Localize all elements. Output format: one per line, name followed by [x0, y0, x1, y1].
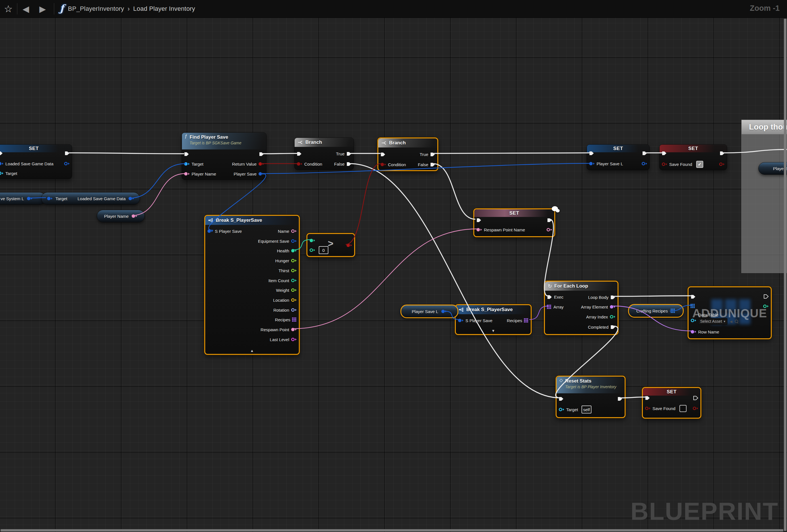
node-set-save-found-true[interactable]: SETSave Found✓ [659, 145, 727, 170]
pill-get-loaded-save-game-data[interactable]: TargetLoaded Save Game Data [41, 192, 140, 205]
value-box[interactable]: 0 [319, 246, 328, 254]
collapse-toggle[interactable]: ▲ [205, 349, 299, 353]
pin-exec[interactable] [660, 150, 669, 156]
pin-exec[interactable] [615, 396, 625, 402]
pin-ring[interactable] [544, 227, 554, 233]
pin-location[interactable]: Location [271, 297, 299, 303]
pin-output[interactable] [27, 196, 33, 201]
pin-s-player-save[interactable]: S Player Save [205, 228, 244, 234]
node-header[interactable]: Branch [378, 138, 437, 148]
node-branch-2[interactable]: BranchTrueConditionFalse [378, 137, 438, 171]
node-header[interactable]: ◇Reset StatsTarget is BP Player Inventor… [556, 377, 625, 393]
node-set-player-save-l[interactable]: SETPlayer Save L [587, 145, 650, 170]
checkbox[interactable] [679, 405, 686, 412]
pin-respawn-point[interactable]: Respawn Point [258, 326, 299, 333]
breadcrumb-root[interactable]: BP_PlayerInventory [68, 5, 124, 13]
node-find-player-save[interactable]: ƒFind Player SaveTarget is BP SGKSave Ga… [182, 132, 267, 180]
pin-exec[interactable] [378, 151, 388, 157]
favorite-star-icon[interactable]: ☆ [0, 3, 17, 15]
pin-name[interactable]: Name [276, 228, 299, 234]
pin-exech[interactable] [762, 293, 771, 300]
pin-completed[interactable]: Completed [586, 324, 618, 330]
pin-ring[interactable] [62, 160, 72, 167]
pin-thirst[interactable]: Thirst [277, 267, 299, 274]
pin-condition[interactable]: Condition [295, 161, 324, 167]
pin-output[interactable] [131, 214, 137, 218]
node-for-each-loop[interactable]: ↻For Each LoopExecLoop BodyArrayArray El… [544, 281, 618, 335]
pin-exech[interactable] [691, 395, 700, 401]
pin-row-name[interactable]: Row Name [688, 329, 721, 335]
pin-exec[interactable] [688, 293, 698, 300]
pin-ring[interactable] [690, 405, 700, 412]
pin-array-element[interactable]: Array Element [579, 304, 618, 310]
use-selected-icon[interactable]: ◄ [729, 319, 733, 324]
pin-exec[interactable] [556, 396, 566, 402]
pin-array[interactable]: Array [545, 304, 566, 310]
pin-health[interactable]: Health [275, 248, 299, 254]
pin-dot[interactable] [344, 242, 354, 248]
pin-target[interactable]: Target [0, 170, 19, 176]
node-set-loaded-save-game-data[interactable]: SETLoaded Save Game DataTarget [0, 145, 72, 179]
node-header[interactable]: Break S_PlayerSave [456, 305, 531, 314]
pin-exec[interactable] [640, 150, 650, 156]
pin-rotation[interactable]: Rotation [271, 307, 299, 313]
pin-exec[interactable] [587, 150, 596, 156]
pin-recipes[interactable]: Recipes [505, 317, 531, 324]
pin-ring[interactable] [639, 160, 650, 167]
node-header[interactable]: SET [643, 388, 700, 396]
pill-get-crafting-recipes[interactable]: Crafting Recipes [628, 304, 684, 318]
horizontal-scrollbar[interactable] [1, 529, 783, 531]
node-header[interactable]: SET [474, 209, 554, 217]
collapse-toggle[interactable]: ▼ [456, 329, 531, 333]
pin-s-player-save[interactable]: S Player Save [456, 317, 494, 324]
pin-output[interactable] [128, 196, 134, 201]
pill-get-player-s[interactable]: Player S [758, 162, 787, 175]
pin-output[interactable] [671, 309, 676, 313]
pin-false[interactable]: False [416, 161, 437, 168]
browse-asset-icon[interactable] [735, 319, 738, 323]
pin-target[interactable]: Target [182, 161, 206, 167]
pin-return-value[interactable]: Return Value [230, 161, 266, 167]
pin-dot[interactable] [307, 237, 317, 244]
node-set-respawn-point-name[interactable]: SETRespawn Point Name [473, 208, 555, 237]
pin-hunger[interactable]: Hunger [273, 258, 299, 264]
pin-ring[interactable] [761, 303, 771, 309]
node-set-save-found-false[interactable]: SETSave Found [642, 387, 701, 419]
pin-ring[interactable]: 0 [307, 247, 331, 253]
pin-save-found[interactable]: Save Found✓ [660, 161, 705, 167]
node-branch-1[interactable]: BranchTrueConditionFalse [294, 137, 354, 170]
blueprint-editor-canvas[interactable]: Loop thou SETLoaded Save Game DataTarget… [0, 0, 787, 532]
forward-arrow-button[interactable]: ▶ [34, 4, 51, 14]
pin-exec[interactable] [182, 151, 191, 157]
pin-respawn-point-name[interactable]: Respawn Point Name [474, 227, 527, 233]
pin-target[interactable]: Targetself [556, 406, 593, 413]
pin-exec[interactable] [474, 217, 484, 223]
pin-true[interactable]: True [334, 151, 354, 157]
node-break-s-playersave[interactable]: Break S_PlayerSaveS Player SaveNameEquip… [204, 215, 300, 355]
node-header[interactable]: SET [0, 145, 72, 152]
pin-input[interactable] [47, 196, 53, 201]
pin-exec[interactable] [718, 150, 727, 156]
pin-equipment-save[interactable]: Equipment Save [256, 238, 299, 244]
pill-get-save-system-l[interactable]: ve System L [0, 192, 46, 205]
pin-loaded-save-game-data[interactable]: Loaded Save Game Data [0, 160, 55, 167]
pin-player-name[interactable]: Player Name [182, 171, 218, 177]
pin-condition[interactable]: Condition [378, 161, 408, 168]
node-header[interactable]: ↻For Each Loop [545, 282, 618, 291]
pin-player-save[interactable]: Player Save [232, 171, 266, 177]
node-header[interactable]: ƒFind Player SaveTarget is BP SGKSave Ga… [182, 133, 266, 150]
checkbox[interactable]: ✓ [696, 161, 703, 168]
pill-get-player-save-l[interactable]: Player Save L [401, 305, 459, 318]
pin-exec[interactable] [62, 150, 72, 156]
pin-last-level[interactable]: Last Level [268, 336, 299, 342]
node-greater-than[interactable]: >0 [306, 233, 355, 257]
pin-exec[interactable] [257, 151, 266, 157]
pin-item-count[interactable]: Item Count [267, 278, 299, 284]
vertical-scrollbar[interactable] [784, 19, 786, 531]
node-break-s-playersave-2[interactable]: Break S_PlayerSaveS Player SaveRecipes▼ [455, 304, 532, 335]
pin-player-save-l[interactable]: Player Save L [587, 160, 625, 167]
pin-recipes[interactable]: Recipes [273, 316, 299, 323]
pin-array-index[interactable]: Array Index [584, 314, 618, 320]
node-header[interactable]: Break S_PlayerSave [205, 216, 299, 225]
pin-true[interactable]: True [418, 151, 437, 157]
